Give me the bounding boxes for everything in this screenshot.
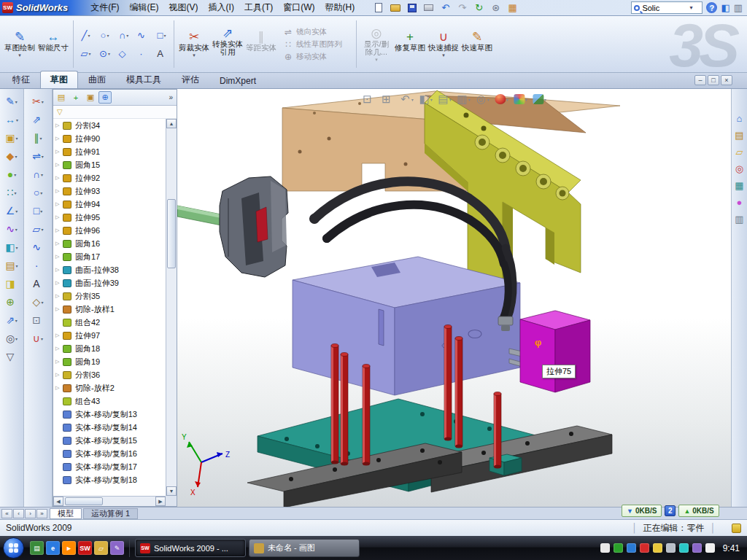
ellipse-tool[interactable]: ⊙ ▾ <box>96 44 114 62</box>
model-core-block-purple[interactable] <box>293 257 525 395</box>
point-flyout[interactable]: · ▾ <box>35 257 42 274</box>
extrude-flyout[interactable]: ▣ ▾ <box>5 129 18 147</box>
appearance-icon[interactable]: ▦ <box>506 1 519 15</box>
linear-sketch-pattern-button[interactable]: ∷ 线性草图阵列 <box>283 39 353 50</box>
expand-arrow-icon[interactable]: ▷ <box>55 188 59 194</box>
combine-tool[interactable]: ⊕ ▾ <box>6 293 18 311</box>
feature-tree-item[interactable]: ▷ 拉伸91 <box>53 145 166 158</box>
volume-tray-icon[interactable] <box>666 543 676 553</box>
evaluate-flyout[interactable]: ◎ ▾ <box>6 330 18 347</box>
restore-button[interactable]: □ <box>708 75 719 85</box>
feature-tree-item[interactable]: ▷ 曲面-拉伸38 <box>53 263 166 276</box>
fillet-flyout[interactable]: ● ▾ <box>7 166 16 183</box>
step-back-button[interactable]: ‹ <box>13 509 24 518</box>
smart-dimension-button[interactable]: ↔ 智能尺寸 ▾ <box>36 18 70 71</box>
custom-properties-icon[interactable]: ▥ <box>735 214 743 224</box>
messenger-tray-icon[interactable] <box>640 543 649 553</box>
apply-scene-icon[interactable]: ▾ <box>514 94 527 104</box>
menu-item[interactable]: 插入(I) <box>204 0 239 15</box>
expand-arrow-icon[interactable]: ▷ <box>55 254 59 260</box>
text-flyout[interactable]: A ▾ <box>33 275 42 292</box>
model-origin-triad[interactable]: Y Z X <box>182 433 230 497</box>
feature-tree-item[interactable]: ▷ 拉伸90 <box>53 132 166 145</box>
feature-tree-item[interactable]: ▷ 拉伸95 <box>53 211 166 224</box>
mold-tools-flyout[interactable]: ▤ ▾ <box>5 257 18 274</box>
feature-tree-item[interactable]: ▷ 组合42 <box>53 316 166 329</box>
search-input[interactable] <box>642 4 687 12</box>
feature-tree-item[interactable]: ▷ 分割35 <box>53 289 166 303</box>
expand-arrow-icon[interactable]: ▷ <box>55 201 59 207</box>
model-ejector-housing[interactable] <box>220 176 288 277</box>
expand-arrow-icon[interactable]: ▷ <box>55 293 59 299</box>
feature-tree-item[interactable]: ▷ 拉伸94 <box>53 198 166 211</box>
expand-arrow-icon[interactable]: ▷ <box>55 306 59 312</box>
scrollbar-thumb[interactable] <box>167 199 176 268</box>
model-magenta-block[interactable]: φ <box>520 311 590 392</box>
document-tab[interactable]: 运动算例 1 <box>83 508 138 519</box>
expand-arrow-icon[interactable]: ▷ <box>55 346 59 351</box>
dimxpertmanager-tab-icon[interactable]: ⊕ <box>98 91 112 104</box>
print-icon[interactable] <box>422 1 436 15</box>
feature-tree-item[interactable]: ▷ 实体-移动/复制14 <box>53 421 166 434</box>
view-palette-icon[interactable]: ▦ <box>735 181 743 190</box>
command-tab[interactable]: 评估 <box>171 71 209 88</box>
sketch-flyout[interactable]: ✎ ▾ <box>6 93 18 110</box>
go-to-start-button[interactable]: « <box>1 509 12 518</box>
rebuild-icon[interactable]: ↻ <box>472 1 486 15</box>
solidworks-quick-icon[interactable]: SW <box>78 541 92 555</box>
configurationmanager-tab-icon[interactable]: ▣ <box>84 91 97 104</box>
propertymanager-tab-icon[interactable]: + <box>69 91 82 104</box>
feature-tree-item[interactable]: ▷ 实体-移动/复制16 <box>53 447 166 460</box>
feature-tree-item[interactable]: ▷ 实体-移动/复制13 <box>53 408 166 421</box>
minimize-button[interactable]: – <box>694 75 706 85</box>
help-icon[interactable]: ? <box>706 2 717 13</box>
update-tray-icon[interactable] <box>653 543 662 553</box>
zoom-fit-icon[interactable]: ⊡ ▾ <box>362 93 376 106</box>
safety-tray-icon[interactable] <box>679 543 689 553</box>
section-view-icon[interactable]: ◧ ▾ <box>419 93 433 106</box>
select-tool[interactable]: ▽ ▾ <box>7 348 18 365</box>
feature-tree-item[interactable]: ▷ 拉伸96 <box>53 224 166 237</box>
tree-filter-bar[interactable]: ▽ <box>53 106 177 119</box>
command-tab[interactable]: DimXpert <box>209 73 266 88</box>
expand-arrow-icon[interactable]: ▷ <box>55 372 59 378</box>
slot-flyout[interactable]: ▱ ▾ <box>33 220 44 238</box>
search-dropdown-icon[interactable]: ▾ <box>689 4 692 11</box>
pattern-flyout[interactable]: ∷ ▾ <box>7 184 17 201</box>
paint-quick-icon[interactable]: ✎ <box>110 541 124 555</box>
expand-arrow-icon[interactable]: ▷ <box>55 359 59 365</box>
feature-tree-item[interactable]: ▷ 圆角16 <box>53 237 166 250</box>
offset-flyout[interactable]: ∥ ▾ <box>34 129 42 147</box>
instant3d-flyout[interactable]: ⊡ ▾ <box>32 311 44 329</box>
featuremanager-tab-icon[interactable]: ▤ <box>55 91 68 104</box>
taskbar-clock[interactable]: 9:41 <box>723 543 740 553</box>
menu-item[interactable]: 窗口(W) <box>278 0 320 15</box>
feature-tree-item[interactable]: ▷ 拉伸93 <box>53 184 166 198</box>
feature-tree-item[interactable]: ▷ 圆角19 <box>53 355 166 368</box>
plane-flyout[interactable]: ◇ ▾ <box>33 293 44 311</box>
rectangle-tool[interactable]: □ ▾ <box>152 26 171 44</box>
feature-tree-item[interactable]: ▷ 切除-放样2 <box>53 381 166 394</box>
move-entities-button[interactable]: ⊕ 移动实体 <box>283 52 353 62</box>
view-orientation-icon[interactable]: ▤ ▾ <box>438 93 452 106</box>
polygon-tool[interactable]: ◇ ▾ <box>115 44 133 62</box>
undo-icon[interactable]: ↶ <box>438 1 452 15</box>
convert-entities-button[interactable]: ⇗ 转换实体引用 ▾ <box>211 18 244 71</box>
previous-view-icon[interactable]: ↶ ▾ <box>400 93 414 106</box>
feature-tree-item[interactable]: ▷ 实体-移动/复制18 <box>53 473 166 486</box>
command-tab[interactable]: 特征 <box>2 71 40 88</box>
circle-flyout[interactable]: ○ ▾ <box>34 184 42 201</box>
close-button[interactable]: × <box>721 75 732 85</box>
feature-tree-item[interactable]: ▷ 拉伸97 <box>53 329 166 342</box>
tree-header-chevron-icon[interactable]: » <box>169 93 175 101</box>
ime-tray-icon[interactable] <box>705 543 715 553</box>
expand-arrow-icon[interactable]: ▷ <box>55 175 59 181</box>
document-tab[interactable]: 模型 <box>50 508 82 519</box>
expand-arrow-icon[interactable]: ▷ <box>55 162 59 168</box>
curves-flyout[interactable]: ∿ ▾ <box>6 220 18 238</box>
network-tray-icon[interactable] <box>627 543 636 553</box>
feature-tree-item[interactable]: ▷ 圆角18 <box>53 342 166 355</box>
expand-arrow-icon[interactable]: ▷ <box>55 267 59 273</box>
spline-tool[interactable]: ∿ ▾ <box>133 26 152 44</box>
save-icon[interactable] <box>405 1 419 15</box>
